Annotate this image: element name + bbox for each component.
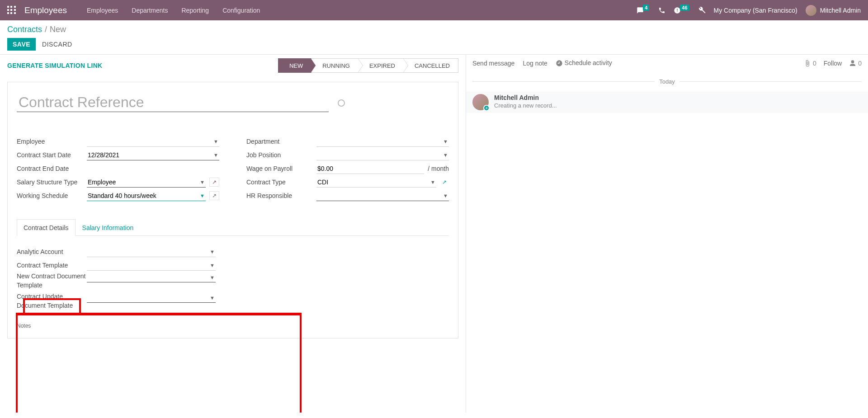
nav-link-configuration[interactable]: Configuration	[222, 7, 260, 14]
label-contract-update-doc-template: Contract Update Document Template	[17, 292, 87, 310]
status-running[interactable]: RUNNING	[311, 58, 359, 73]
status-new[interactable]: NEW	[278, 58, 311, 73]
label-salary-structure-type: Salary Structure Type	[17, 178, 87, 186]
breadcrumb-parent[interactable]: Contracts	[7, 25, 42, 34]
external-link-icon[interactable]: ↗	[209, 191, 219, 200]
user-menu[interactable]: Mitchell Admin	[806, 5, 861, 16]
form-left-column: Employee ▼ Contract Start Date ▼	[17, 135, 219, 202]
date-divider: Today	[466, 72, 868, 91]
follow-button[interactable]: Follow	[824, 60, 842, 67]
contract-update-doc-template-input[interactable]	[87, 292, 216, 303]
statusbar: NEW RUNNING EXPIRED CANCELLED	[278, 58, 458, 73]
avatar-icon: ✈	[472, 94, 489, 110]
form-area: GENERATE SIMULATION LINK NEW RUNNING EXP…	[0, 55, 466, 413]
tab-salary-information[interactable]: Salary Information	[75, 219, 141, 236]
status-expired[interactable]: EXPIRED	[359, 58, 404, 73]
schedule-activity-button[interactable]: Schedule activity	[556, 59, 612, 67]
breadcrumb-current: New	[50, 25, 66, 34]
status-cancelled[interactable]: CANCELLED	[404, 58, 458, 73]
settings-icon[interactable]	[698, 7, 706, 14]
new-contract-doc-template-input[interactable]	[87, 272, 216, 282]
employee-input[interactable]	[87, 136, 219, 147]
chatter-panel: Send message Log note Schedule activity …	[466, 55, 868, 413]
label-wage: Wage on Payroll	[246, 165, 316, 172]
salary-structure-type-input[interactable]	[87, 177, 206, 188]
tab-content: Analytic Account ▼ Contract Template ▼	[17, 236, 449, 329]
form-sheet: Employee ▼ Contract Start Date ▼	[7, 82, 458, 338]
department-input[interactable]	[316, 136, 449, 147]
app-title[interactable]: Employees	[24, 5, 67, 15]
working-schedule-input[interactable]	[87, 191, 206, 201]
form-right-column: Department ▼ Job Position ▼	[246, 135, 449, 202]
message-text: Creating a new record...	[494, 102, 557, 109]
nav-link-departments[interactable]: Departments	[132, 7, 168, 14]
external-link-icon[interactable]: ↗	[440, 178, 449, 186]
generate-simulation-link[interactable]: GENERATE SIMULATION LINK	[7, 62, 102, 69]
label-hr-responsible: HR Responsible	[246, 192, 316, 199]
start-date-input[interactable]	[87, 150, 219, 160]
phone-icon[interactable]	[658, 7, 665, 14]
wage-input[interactable]	[316, 164, 424, 174]
discard-button[interactable]: DISCARD	[42, 41, 72, 48]
nav-link-reporting[interactable]: Reporting	[181, 7, 209, 14]
company-selector[interactable]: My Company (San Francisco)	[714, 7, 797, 14]
kanban-state-selector[interactable]	[338, 99, 345, 107]
breadcrumb: Contracts / New	[7, 25, 861, 34]
label-end-date: Contract End Date	[17, 165, 87, 172]
top-navbar: Employees Employees Departments Reportin…	[0, 0, 868, 20]
label-contract-template: Contract Template	[17, 262, 87, 269]
external-link-icon[interactable]: ↗	[209, 178, 219, 187]
analytic-account-input[interactable]	[87, 247, 216, 257]
send-message-button[interactable]: Send message	[472, 60, 514, 67]
apps-icon[interactable]	[7, 6, 16, 15]
label-department: Department	[246, 138, 316, 145]
breadcrumb-separator: /	[45, 25, 47, 34]
label-new-contract-doc-template: New Contract Document Template	[17, 272, 87, 290]
log-note-button[interactable]: Log note	[523, 60, 547, 67]
activities-badge: 46	[680, 5, 689, 11]
control-panel: Contracts / New SAVE DISCARD	[0, 20, 868, 54]
nav-link-employees[interactable]: Employees	[87, 7, 118, 14]
followers-count[interactable]: 0	[849, 60, 862, 67]
message-item: ✈ Mitchell Admin Creating a new record..…	[466, 91, 868, 113]
message-author[interactable]: Mitchell Admin	[494, 94, 557, 101]
label-contract-type: Contract Type	[246, 178, 316, 186]
job-position-input[interactable]	[316, 150, 449, 160]
user-name: Mitchell Admin	[820, 7, 861, 14]
label-job-position: Job Position	[246, 151, 316, 159]
contract-type-input[interactable]	[316, 177, 436, 188]
attachments-count[interactable]: 0	[804, 60, 816, 67]
label-notes: Notes	[17, 323, 449, 329]
label-working-schedule: Working Schedule	[17, 192, 87, 199]
contract-reference-input[interactable]	[17, 93, 329, 112]
avatar-icon	[806, 5, 816, 16]
nav-links: Employees Departments Reporting Configur…	[87, 7, 260, 14]
label-start-date: Contract Start Date	[17, 151, 87, 159]
wage-unit: / month	[428, 165, 449, 172]
activities-icon[interactable]: 46	[674, 7, 690, 14]
tab-bar: Contract Details Salary Information	[17, 219, 449, 236]
label-employee: Employee	[17, 138, 87, 145]
save-button[interactable]: SAVE	[7, 38, 36, 51]
contract-template-input[interactable]	[87, 260, 216, 271]
messages-badge: 4	[643, 5, 649, 11]
label-analytic-account: Analytic Account	[17, 248, 87, 255]
hr-responsible-input[interactable]	[316, 191, 449, 201]
messages-icon[interactable]: 4	[637, 7, 650, 14]
tab-contract-details[interactable]: Contract Details	[17, 219, 75, 236]
